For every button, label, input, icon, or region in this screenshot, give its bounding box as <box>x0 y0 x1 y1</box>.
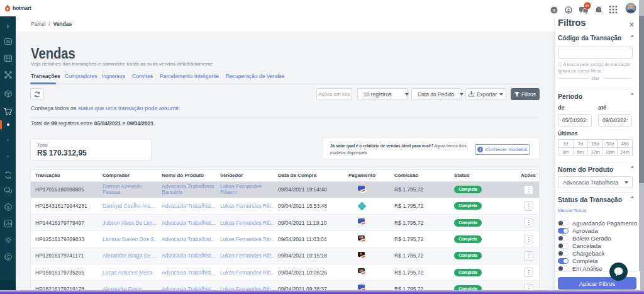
svg-text:$: $ <box>7 205 9 210</box>
svg-text:i: i <box>480 147 481 152</box>
svg-text:64: 64 <box>586 4 590 8</box>
svg-text:88: 88 <box>6 40 9 43</box>
svg-text:?: ? <box>553 8 556 13</box>
